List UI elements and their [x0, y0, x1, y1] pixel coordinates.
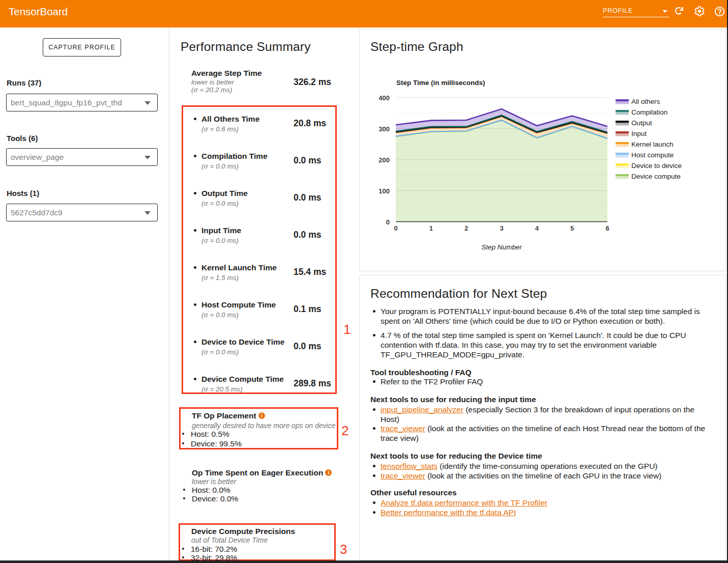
svg-text:6: 6 [605, 224, 609, 232]
svg-text:Device to device: Device to device [631, 162, 682, 170]
svg-text:All others: All others [631, 98, 660, 105]
svg-text:0: 0 [386, 218, 390, 226]
svg-text:Input: Input [631, 130, 647, 137]
svg-text:400: 400 [378, 94, 390, 102]
svg-text:Device compute: Device compute [631, 173, 681, 180]
svg-text:Output: Output [631, 119, 652, 127]
svg-text:0: 0 [394, 224, 397, 232]
svg-text:Kernel launch: Kernel launch [631, 140, 674, 148]
svg-text:100: 100 [378, 187, 390, 195]
svg-text:Compilation: Compilation [631, 108, 667, 116]
svg-text:1: 1 [429, 224, 433, 232]
svg-text:300: 300 [378, 125, 390, 133]
svg-text:Host compute: Host compute [631, 151, 674, 159]
svg-text:4: 4 [535, 224, 539, 232]
svg-text:Step Time (in milliseconds): Step Time (in milliseconds) [396, 79, 485, 87]
svg-text:2: 2 [464, 224, 468, 232]
svg-text:200: 200 [378, 156, 390, 164]
svg-text:3: 3 [500, 224, 503, 232]
svg-text:Step Number: Step Number [481, 243, 522, 251]
svg-text:5: 5 [570, 224, 574, 232]
